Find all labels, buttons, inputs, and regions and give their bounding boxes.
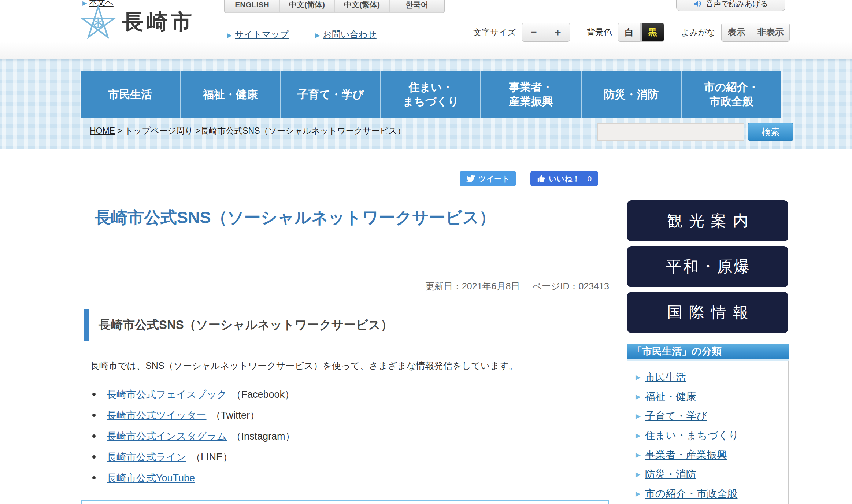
main-navigation: 市民生活 福祉・健康 子育て・学び 住まい・ まちづくり 事業者・ 産業振興 防… <box>81 71 781 118</box>
twitter-bird-icon <box>466 174 475 183</box>
language-button[interactable]: ENGLISH <box>225 0 279 12</box>
triangle-icon: ▶ <box>227 32 232 39</box>
sns-list-item: 長崎市公式YouTube <box>92 467 295 488</box>
background-color-label: 背景色 <box>587 27 612 38</box>
furigana-hide-button[interactable]: 非表示 <box>752 23 790 42</box>
site-logo[interactable]: 長崎市 <box>80 4 195 40</box>
sns-link-list: 長崎市公式フェイスブック（Facebook） 長崎市公式ツイッター（Twitte… <box>92 384 295 488</box>
triangle-icon: ▶ <box>636 373 641 381</box>
sns-link-suffix: （Instagram） <box>231 430 295 443</box>
background-white-button[interactable]: 白 <box>618 23 641 42</box>
facebook-like-button[interactable]: いいね！ 0 <box>530 171 598 186</box>
updated-date: 更新日：2021年6月8日 <box>425 280 520 292</box>
category-link[interactable]: 子育て・学び <box>645 409 707 423</box>
background-black-button[interactable]: 黒 <box>641 23 664 42</box>
sns-link[interactable]: 長崎市公式ツイッター <box>107 409 207 422</box>
tweet-button[interactable]: ツイート <box>460 171 516 186</box>
intro-paragraph: 長崎市では、SNS（ソーシャルネットワークサービス）を使って、さまざまな情報発信… <box>90 360 518 372</box>
main-nav-item[interactable]: 住まい・ まちづくり <box>381 71 482 118</box>
category-list-item: ▶市民生活 <box>636 370 788 384</box>
accessibility-controls: 文字サイズ − ＋ 背景色 白 黒 よみがな 表示 非表示 <box>473 23 790 42</box>
category-box-title: 「市民生活」の分類 <box>627 344 789 361</box>
nagasaki-star-logo-icon <box>80 4 116 40</box>
triangle-icon: ▶ <box>315 32 320 39</box>
site-header: ▶本文へ 長崎市 ENGLISH 中文(简体) 中文(繁体) 한국어 ▶サイトマ… <box>0 0 852 59</box>
sns-link[interactable]: 長崎市公式インスタグラム <box>107 430 227 443</box>
sns-link-suffix: （Facebook） <box>231 388 295 401</box>
main-nav-item[interactable]: 福祉・健康 <box>181 71 281 118</box>
category-list-item: ▶市の紹介・市政全般 <box>636 487 788 501</box>
sns-list-item: 長崎市公式フェイスブック（Facebook） <box>92 384 295 405</box>
language-button[interactable]: 中文(繁体) <box>335 0 389 12</box>
related-content-box <box>81 500 609 504</box>
section-heading: 長崎市公式SNS（ソーシャルネットワークサービス） <box>84 309 393 341</box>
category-link[interactable]: 事業者・産業振興 <box>645 448 727 462</box>
sns-link[interactable]: 長崎市公式フェイスブック <box>107 388 227 401</box>
language-button[interactable]: 中文(简体) <box>280 0 334 12</box>
font-size-increase-button[interactable]: ＋ <box>546 23 570 42</box>
contact-link[interactable]: ▶お問い合わせ <box>315 29 376 40</box>
sidebar-banner-link[interactable]: 観光案内 <box>627 200 788 241</box>
article-meta: 更新日：2021年6月8日 ページID：023413 <box>425 280 609 292</box>
main-nav-item[interactable]: 市民生活 <box>81 71 181 118</box>
heading-accent-bar <box>84 309 89 341</box>
main-nav-item[interactable]: 市の紹介・ 市政全般 <box>682 71 781 118</box>
category-link[interactable]: 防災・消防 <box>645 467 696 481</box>
category-box-body: ▶市民生活 ▶福祉・健康 ▶子育て・学び ▶住まい・まちづくり ▶事業者・産業振… <box>627 361 789 504</box>
category-link-list: ▶市民生活 ▶福祉・健康 ▶子育て・学び ▶住まい・まちづくり ▶事業者・産業振… <box>636 370 788 504</box>
category-link[interactable]: 市民生活 <box>645 370 686 384</box>
search-button[interactable]: 検索 <box>748 123 793 141</box>
category-list-item: ▶子育て・学び <box>636 409 788 423</box>
breadcrumb-trail: > トップページ周り >長崎市公式SNS（ソーシャルネットワークサービス） <box>115 126 405 136</box>
category-link[interactable]: 福祉・健康 <box>645 390 696 404</box>
font-size-label: 文字サイズ <box>473 27 516 38</box>
thumbs-up-icon <box>537 175 545 183</box>
sns-list-item: 長崎市公式ツイッター（Twitter） <box>92 405 295 426</box>
category-box: 「市民生活」の分類 ▶市民生活 ▶福祉・健康 ▶子育て・学び ▶住まい・まちづく… <box>627 344 789 504</box>
category-link[interactable]: 市の紹介・市政全般 <box>645 487 738 501</box>
language-switcher: ENGLISH 中文(简体) 中文(繁体) 한국어 <box>224 0 445 13</box>
sns-link[interactable]: 長崎市公式ライン <box>107 451 186 464</box>
triangle-icon: ▶ <box>636 470 641 478</box>
triangle-icon: ▶ <box>636 431 641 440</box>
site-name: 長崎市 <box>122 8 195 36</box>
sns-link[interactable]: 長崎市公式YouTube <box>107 471 195 485</box>
sns-list-item: 長崎市公式ライン（LINE） <box>92 446 295 467</box>
language-button[interactable]: 한국어 <box>390 0 444 12</box>
page-root: ▶本文へ 長崎市 ENGLISH 中文(简体) 中文(繁体) 한국어 ▶サイトマ… <box>0 0 852 504</box>
furigana-label: よみがな <box>681 27 715 38</box>
page-id: ページID：023413 <box>532 280 609 292</box>
triangle-icon: ▶ <box>636 412 641 420</box>
like-count: 0 <box>587 174 592 183</box>
sidebar-banners: 観光案内 平和・原爆 国際情報 <box>627 200 788 333</box>
page-title: 長崎市公式SNS（ソーシャルネットワークサービス） <box>95 202 582 233</box>
furigana-show-button[interactable]: 表示 <box>721 23 752 42</box>
triangle-icon: ▶ <box>636 393 641 401</box>
breadcrumb: HOME > トップページ周り >長崎市公式SNS（ソーシャルネットワークサービ… <box>90 125 405 137</box>
read-aloud-button[interactable]: 音声で読みあげる <box>676 0 785 11</box>
sidebar-banner-link[interactable]: 国際情報 <box>627 292 788 333</box>
main-nav-item[interactable]: 子育て・学び <box>281 71 381 118</box>
sns-list-item: 長崎市公式インスタグラム（Instagram） <box>92 426 295 446</box>
sns-link-suffix: （Twitter） <box>211 409 260 422</box>
category-list-item: ▶福祉・健康 <box>636 390 788 404</box>
sitemap-link[interactable]: ▶サイトマップ <box>227 29 289 40</box>
category-link[interactable]: 住まい・まちづくり <box>645 429 739 442</box>
breadcrumb-home-link[interactable]: HOME <box>90 126 115 136</box>
sns-link-suffix: （LINE） <box>191 451 233 464</box>
sidebar-banner-link[interactable]: 平和・原爆 <box>627 246 788 287</box>
triangle-icon: ▶ <box>636 490 641 498</box>
category-list-item: ▶防災・消防 <box>636 467 788 481</box>
category-list-item: ▶住まい・まちづくり <box>636 429 788 442</box>
triangle-icon: ▶ <box>636 451 641 459</box>
speaker-icon <box>693 0 702 8</box>
category-list-item: ▶事業者・産業振興 <box>636 448 788 462</box>
main-nav-item[interactable]: 事業者・ 産業振興 <box>481 71 582 118</box>
header-quick-links: ▶サイトマップ ▶お問い合わせ <box>227 29 377 40</box>
font-size-decrease-button[interactable]: − <box>522 23 546 42</box>
main-nav-item[interactable]: 防災・消防 <box>582 71 682 118</box>
search-input[interactable] <box>597 123 744 141</box>
